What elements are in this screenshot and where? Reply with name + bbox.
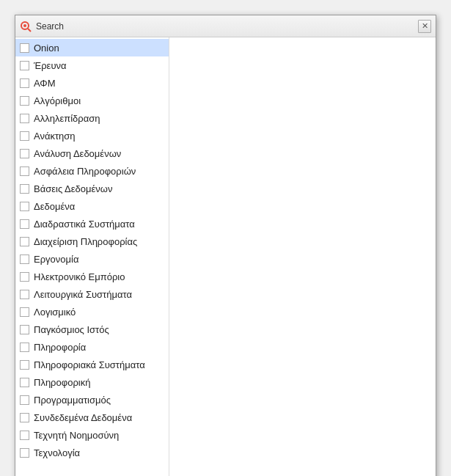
list-item[interactable]: Πληροφοριακά Συστήματα [15, 356, 169, 373]
item-checkbox[interactable] [20, 255, 29, 264]
list-item[interactable]: Συνδεδεμένα Δεδομένα [15, 409, 169, 426]
list-item[interactable]: Ηλεκτρονικό Εμπόριο [15, 268, 169, 285]
right-panel [169, 37, 436, 476]
item-checkbox[interactable] [20, 61, 29, 70]
close-button[interactable]: ✕ [418, 20, 431, 33]
item-checkbox[interactable] [20, 202, 29, 211]
item-checkbox[interactable] [20, 378, 29, 387]
list-item[interactable]: Αλγόριθμοι [15, 92, 169, 109]
item-checkbox[interactable] [20, 448, 29, 458]
list-item[interactable]: Δεδομένα [15, 197, 169, 215]
item-checkbox[interactable] [20, 43, 29, 53]
list-item[interactable]: Ανάκτηση [15, 127, 169, 144]
content-area: OnionΈρευναΑΦΜΑλγόριθμοιΑλληλεπίδρασηΑνά… [15, 37, 436, 476]
list-item[interactable]: Αλληλεπίδραση [15, 109, 169, 127]
item-label: Πληροφοριακά Συστήματα [34, 359, 145, 370]
list-item[interactable]: Τεχνητή Νοημοσύνη [15, 426, 169, 444]
item-checkbox[interactable] [20, 149, 29, 158]
list-item[interactable]: Ανάλυση Δεδομένων [15, 144, 169, 162]
list-item[interactable]: Εργονομία [15, 250, 169, 268]
item-checkbox[interactable] [20, 395, 29, 405]
item-checkbox[interactable] [20, 166, 29, 176]
item-label: Τεχνητή Νοημοσύνη [34, 430, 119, 441]
item-checkbox[interactable] [20, 360, 29, 370]
list-item[interactable]: Παγκόσμιος Ιστός [15, 321, 169, 338]
item-checkbox[interactable] [20, 237, 29, 246]
item-checkbox[interactable] [20, 272, 29, 282]
item-checkbox[interactable] [20, 413, 29, 422]
title-bar: Search ✕ [15, 15, 436, 37]
item-label: Ασφάλεια Πληροφοριών [34, 166, 136, 177]
list-item[interactable]: Πληροφορική [15, 373, 169, 391]
title-bar-left: Search [20, 21, 64, 32]
window-title: Search [36, 21, 64, 32]
list-item[interactable]: Διαχείριση Πληροφορίας [15, 232, 169, 250]
item-label: ΑΦΜ [34, 78, 56, 89]
list-panel: OnionΈρευναΑΦΜΑλγόριθμοιΑλληλεπίδρασηΑνά… [15, 37, 169, 476]
item-label: Έρευνα [34, 60, 67, 71]
item-checkbox[interactable] [20, 325, 29, 334]
item-label: Διαχείριση Πληροφορίας [34, 236, 137, 247]
item-label: Διαδραστικά Συστήματα [34, 219, 135, 230]
svg-point-2 [23, 24, 26, 27]
item-label: Αλληλεπίδραση [34, 113, 100, 124]
list-item[interactable]: Βάσεις Δεδομένων [15, 180, 169, 197]
list-item[interactable]: Onion [15, 39, 169, 56]
item-label: Αλγόριθμοι [34, 95, 81, 106]
item-label: Ανάλυση Δεδομένων [34, 148, 121, 159]
svg-line-1 [28, 29, 31, 32]
item-checkbox[interactable] [20, 290, 29, 299]
item-checkbox[interactable] [20, 219, 29, 229]
list-item[interactable]: Έρευνα [15, 56, 169, 74]
item-label: Λειτουργικά Συστήματα [34, 289, 132, 300]
list-item[interactable]: Προγραμματισμός [15, 391, 169, 409]
item-label: Πληροφορική [34, 377, 90, 388]
item-label: Λογισμικό [34, 307, 76, 318]
search-window: Search ✕ OnionΈρευναΑΦΜΑλγόριθμοιΑλληλεπ… [15, 15, 436, 476]
item-checkbox[interactable] [20, 96, 29, 106]
item-label: Ηλεκτρονικό Εμπόριο [34, 271, 125, 282]
item-label: Προγραμματισμός [34, 395, 111, 406]
item-label: Τεχνολογία [34, 447, 80, 458]
item-label: Συνδεδεμένα Δεδομένα [34, 412, 132, 423]
item-label: Δεδομένα [34, 201, 75, 212]
item-label: Παγκόσμιος Ιστός [34, 324, 109, 335]
list-item[interactable]: Διαδραστικά Συστήματα [15, 215, 169, 232]
item-label: Βάσεις Δεδομένων [34, 183, 112, 194]
list-item[interactable]: Λειτουργικά Συστήματα [15, 285, 169, 303]
item-label: Ανάκτηση [34, 131, 76, 142]
list-item[interactable]: Ασφάλεια Πληροφοριών [15, 162, 169, 180]
window-icon [20, 21, 32, 32]
item-checkbox[interactable] [20, 78, 29, 88]
list-item[interactable]: Λογισμικό [15, 303, 169, 321]
item-checkbox[interactable] [20, 184, 29, 194]
item-checkbox[interactable] [20, 131, 29, 141]
item-label: Πληροφορία [34, 342, 86, 353]
item-checkbox[interactable] [20, 114, 29, 123]
list-item[interactable]: Πληροφορία [15, 338, 169, 356]
list-item[interactable]: ΑΦΜ [15, 74, 169, 92]
item-checkbox[interactable] [20, 307, 29, 317]
item-checkbox[interactable] [20, 431, 29, 440]
list-item[interactable]: Τεχνολογία [15, 444, 169, 461]
item-label: Εργονομία [34, 254, 78, 265]
item-label: Onion [34, 43, 59, 54]
item-checkbox[interactable] [20, 343, 29, 352]
